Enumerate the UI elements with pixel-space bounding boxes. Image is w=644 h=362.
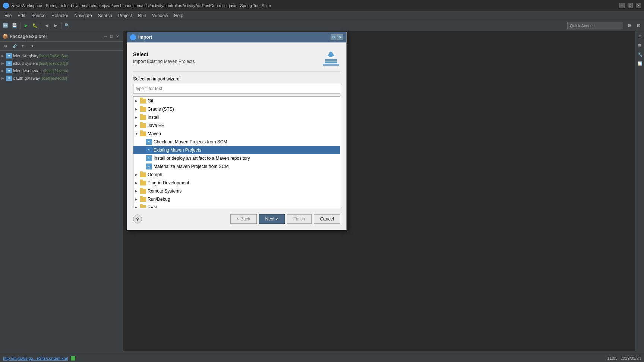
dialog-body: Select Import Existing Maven Projects Se… (127, 42, 346, 230)
package-tree: ▶ M icloud-registry [boot] [InWo_Bac ▶ M… (0, 51, 123, 351)
wizard-tree[interactable]: ▶ Git ▶ Gradle (STS) ▶ Install ▶ Java EE (133, 96, 340, 208)
wizard-tree-run-debug[interactable]: ▶ Run/Debug (133, 195, 340, 203)
tree-label: icloud-system (13, 61, 38, 66)
tree-item-label: Existing Maven Projects (154, 147, 201, 153)
side-icon-1[interactable]: ⊞ (636, 33, 644, 40)
tree-item-label: Check out Maven Projects from SCM (154, 139, 227, 145)
tree-item-label: Java EE (148, 123, 164, 128)
wizard-tree-materialize[interactable]: M Materialize Maven Projects from SCM (133, 162, 340, 171)
tree-item-icloud-system[interactable]: ▶ M icloud-system [boot] [devtools] [l (0, 60, 123, 67)
wizard-tree-maven[interactable]: ▼ Maven (133, 130, 340, 138)
minimize-button[interactable]: ─ (619, 3, 625, 8)
pe-link[interactable]: 🔗 (10, 42, 19, 50)
menu-file[interactable]: File (1, 12, 15, 19)
tree-badge: [boot] [devtools] (41, 76, 67, 80)
menu-edit[interactable]: Edit (15, 12, 28, 19)
pe-menu[interactable]: ▼ (28, 42, 37, 50)
folder-icon (140, 181, 146, 185)
next-button[interactable]: Next > (259, 214, 285, 224)
menu-project[interactable]: Project (115, 12, 135, 19)
status-indicator (71, 356, 75, 361)
wizard-tree-existing-maven[interactable]: M Existing Maven Projects (133, 146, 340, 154)
wizard-tree-javaee[interactable]: ▶ Java EE (133, 121, 340, 130)
toolbar-run[interactable]: ▶ (22, 22, 30, 30)
side-icons: ⊞ ☰ 🔧 📊 (635, 31, 644, 351)
tree-label: icloud-registry (13, 54, 38, 58)
wizard-tree-remote-systems[interactable]: ▶ Remote Systems (133, 187, 340, 195)
back-button[interactable]: < Back (230, 214, 257, 224)
package-explorer-header: 📦 Package Explorer ─ □ ✕ (0, 31, 123, 42)
menu-refactor[interactable]: Refactor (48, 12, 71, 19)
tree-arrow: ▶ (1, 69, 6, 73)
wizard-tree-svn[interactable]: ▶ SVN (133, 203, 340, 208)
tree-item-label: Gradle (STS) (148, 107, 174, 112)
project-icon: M (6, 53, 12, 58)
cancel-button[interactable]: Cancel (314, 214, 340, 224)
package-explorer-icon: 📦 (2, 34, 8, 39)
tree-collapse-arrow: ▶ (135, 173, 140, 177)
side-icon-3[interactable]: 🔧 (636, 51, 644, 58)
project-icon: M (6, 61, 12, 66)
toolbar-save[interactable]: 💾 (10, 22, 19, 30)
toolbar-search[interactable]: 🔍 (63, 22, 71, 30)
toolbar-forward[interactable]: ▶ (51, 22, 60, 30)
pe-collapse-all[interactable]: ⊟ (1, 42, 10, 50)
pe-maximize[interactable]: □ (108, 34, 114, 39)
wizard-tree-gradle[interactable]: ▶ Gradle (STS) (133, 105, 340, 113)
tree-item-oauth-gateway[interactable]: ▶ M oauth-gateway [boot] [devtools] (0, 74, 123, 82)
side-icon-4[interactable]: 📊 (636, 60, 644, 67)
toolbar: 🆕 💾 ▶ 🐛 ◀ ▶ 🔍 Quick Access ⊞ ⊡ (0, 20, 644, 31)
project-icon: M (6, 76, 12, 81)
project-icon: M (6, 68, 12, 73)
tree-item-label: Remote Systems (148, 188, 181, 194)
tree-item-icloud-registry[interactable]: ▶ M icloud-registry [boot] [InWo_Bac (0, 52, 123, 60)
dialog-maximize-button[interactable]: □ (331, 34, 337, 40)
tree-item-label: Install or deploy an artifact to a Maven… (154, 156, 250, 161)
wizard-tree-oomph[interactable]: ▶ Oomph (133, 171, 340, 179)
wizard-tree-install-artifact[interactable]: M Install or deploy an artifact to a Mav… (133, 154, 340, 162)
side-icon-2[interactable]: ☰ (636, 42, 644, 49)
tree-item-label: Plug-in Development (148, 180, 189, 185)
tree-collapse-arrow: ▶ (135, 189, 140, 193)
wizard-tree-install[interactable]: ▶ Install (133, 113, 340, 121)
wizard-label: Select an import wizard: (133, 76, 340, 82)
menu-search[interactable]: Search (95, 12, 115, 19)
pe-close[interactable]: ✕ (114, 34, 120, 39)
quick-access-box[interactable]: Quick Access (567, 22, 623, 29)
svg-rect-0 (325, 59, 337, 61)
pe-sync[interactable]: ⟳ (19, 42, 28, 50)
toolbar-new[interactable]: 🆕 (1, 22, 10, 30)
tree-collapse-arrow: ▶ (135, 124, 140, 127)
tree-badge: [boot] [devtools] [l (39, 61, 68, 66)
toolbar-debug[interactable]: 🐛 (31, 22, 39, 30)
tree-item-label: Materialize Maven Projects from SCM (154, 164, 228, 169)
pe-minimize[interactable]: ─ (102, 34, 108, 39)
import-icon-svg (322, 49, 340, 67)
folder-icon (140, 197, 146, 202)
menu-navigate[interactable]: Navigate (71, 12, 95, 19)
tree-collapse-arrow: ▶ (135, 115, 140, 119)
dialog-close-button[interactable]: ✕ (337, 34, 343, 40)
finish-button[interactable]: Finish (287, 214, 312, 224)
toolbar-back[interactable]: ◀ (42, 22, 51, 30)
menu-source[interactable]: Source (28, 12, 48, 19)
menu-run[interactable]: Run (135, 12, 149, 19)
wizard-tree-git[interactable]: ▶ Git (133, 97, 340, 105)
maximize-button[interactable]: □ (628, 3, 633, 8)
svg-rect-1 (325, 61, 337, 63)
menu-help[interactable]: Help (171, 12, 186, 19)
tree-item-label: Install (148, 115, 159, 120)
toolbar-perspective-1[interactable]: ⊞ (625, 22, 634, 30)
toolbar-perspective-2[interactable]: ⊡ (634, 22, 643, 30)
dialog-footer: ? < Back Next > Finish Cancel (133, 214, 340, 224)
filter-input[interactable] (133, 84, 340, 93)
close-button[interactable]: ✕ (636, 3, 641, 8)
menu-window[interactable]: Window (149, 12, 171, 19)
status-link[interactable]: http://mybatis.go...eSite/content.xml (3, 356, 68, 361)
tree-badge: [boot] [devtool (44, 69, 68, 73)
tree-item-icloud-web-static[interactable]: ▶ M icloud-web-static [boot] [devtool (0, 67, 123, 74)
wizard-tree-checkout-scm[interactable]: M Check out Maven Projects from SCM (133, 138, 340, 146)
dialog-help-button[interactable]: ? (133, 215, 142, 223)
wizard-tree-plugin-dev[interactable]: ▶ Plug-in Development (133, 179, 340, 187)
tree-arrow: ▶ (1, 54, 6, 58)
